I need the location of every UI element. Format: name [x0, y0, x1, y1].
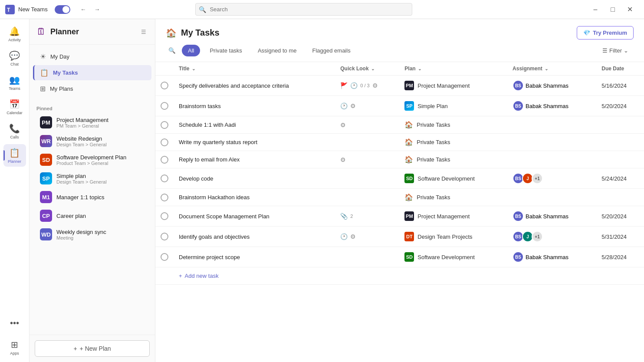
task-title[interactable]: Reply to email from Alex	[174, 151, 335, 168]
collapse-sidebar-button[interactable]: ☰	[139, 27, 148, 37]
main-layout: 🔔 Activity 💬 Chat 👥 Teams 📅 Calendar 📞 C…	[0, 19, 644, 362]
simple-plan-sub: Design Team > General	[56, 179, 107, 184]
tab-flagged[interactable]: Flagged emails	[306, 45, 356, 56]
filter-search-button[interactable]: 🔍	[166, 45, 178, 56]
col-assignment[interactable]: Assignment ⌄	[507, 62, 596, 76]
sidebar-item-teams[interactable]: 👥 Teams	[3, 71, 26, 94]
plan-icon: DT	[404, 232, 414, 241]
sidebar-item-apps[interactable]: ⊞ Apps	[3, 336, 26, 359]
filter-button[interactable]: ☰ Filter ⌄	[597, 45, 634, 56]
plan-name: Project Management	[417, 82, 470, 89]
clock-icon: 🕐	[340, 233, 348, 240]
forward-button[interactable]: →	[91, 3, 103, 16]
activity-icon: 🔔	[9, 26, 20, 36]
task-checkbox[interactable]	[161, 253, 168, 261]
task-checkbox[interactable]	[161, 82, 168, 89]
task-duedate: 5/20/2024	[596, 96, 644, 116]
calls-icon: 📞	[9, 123, 20, 134]
tab-assigned[interactable]: Assigned to me	[252, 45, 303, 56]
task-title[interactable]: Determine project scope	[174, 247, 335, 267]
task-assignment: BS Babak Shammas	[507, 247, 596, 267]
tab-all[interactable]: All	[182, 45, 200, 56]
task-duedate: 5/28/2024	[596, 247, 644, 267]
nav-sidebar-scroll: ☀ My Day 📋 My Tasks ⊞ My Plans Pinned PM…	[30, 45, 155, 335]
clock-icon: 🕐	[340, 102, 348, 109]
table-row: Identify goals and objectives 🕐 ⚙ DT Des…	[155, 227, 644, 247]
sidebar-item-calls[interactable]: 📞 Calls	[3, 120, 26, 142]
nav-item-my-tasks[interactable]: 📋 My Tasks	[33, 65, 151, 80]
sidebar-item-activity[interactable]: 🔔 Activity	[3, 23, 26, 45]
task-title[interactable]: Brainstorm tasks	[174, 96, 335, 116]
teams-toggle[interactable]	[55, 5, 70, 14]
search-input[interactable]	[195, 3, 412, 16]
back-button[interactable]: ←	[77, 3, 89, 16]
add-task-button[interactable]: + Add new task	[179, 273, 639, 279]
content-header: 🏠 My Tasks 💎 Try Premium	[155, 19, 644, 39]
add-task-cell[interactable]: + Add new task	[174, 267, 644, 285]
sidebar-item-chat[interactable]: 💬 Chat	[3, 47, 26, 69]
sidebar-item-planner[interactable]: 📋 Planner	[3, 144, 26, 167]
task-checkbox[interactable]	[161, 102, 168, 110]
minimize-button[interactable]: –	[587, 3, 604, 16]
col-title[interactable]: Title ⌄	[174, 62, 335, 76]
task-title[interactable]: Develop code	[174, 168, 335, 189]
my-tasks-icon: 📋	[40, 69, 49, 77]
task-checkbox[interactable]	[161, 174, 168, 182]
tab-private[interactable]: Private tasks	[204, 45, 248, 56]
task-title[interactable]: Write my quarterly status report	[174, 134, 335, 151]
task-title[interactable]: Schedule 1:1 with Aadi	[174, 116, 335, 134]
flag-icon: 🚩	[340, 82, 348, 89]
nav-item-my-plans[interactable]: ⊞ My Plans	[33, 81, 151, 96]
nav-item-my-day[interactable]: ☀ My Day	[33, 49, 151, 64]
col-duedate[interactable]: Due Date	[596, 62, 644, 76]
pinned-item-simple-plan[interactable]: SP Simple plan Design Team > General	[33, 169, 151, 188]
task-check-cell	[155, 227, 174, 247]
try-premium-label: Try Premium	[593, 30, 627, 36]
task-check-cell	[155, 96, 174, 116]
task-quicklook	[335, 134, 399, 151]
pinned-item-manager-11[interactable]: M1 Manager 1:1 topics	[33, 188, 151, 206]
task-checkbox[interactable]	[161, 121, 168, 129]
plan-icon: SD	[404, 252, 414, 262]
pinned-item-project-management[interactable]: PM Project Management PM Team > General	[33, 113, 151, 132]
task-checkbox[interactable]	[161, 212, 168, 220]
settings-icon: ⚙	[350, 102, 356, 109]
table-row: Brainstorm tasks 🕐 ⚙ SP Simple Plan	[155, 96, 644, 116]
app-name: New Teams	[18, 6, 48, 13]
task-checkbox[interactable]	[161, 194, 168, 201]
add-task-plus-icon: +	[179, 273, 182, 279]
try-premium-button[interactable]: 💎 Try Premium	[577, 26, 634, 39]
task-table-container: Title ⌄ Quick Look ⌄ Plan ⌄ Assignment ⌄…	[155, 62, 644, 362]
task-title[interactable]: Brainstorm Hackathon ideas	[174, 189, 335, 206]
plan-name: Private Tasks	[417, 156, 450, 163]
pinned-item-career-plan[interactable]: CP Career plan	[33, 207, 151, 225]
col-quicklook[interactable]: Quick Look ⌄	[335, 62, 399, 76]
maximize-button[interactable]: □	[604, 3, 621, 16]
task-checkbox[interactable]	[161, 156, 168, 164]
website-redesign-name: Website Redesign	[56, 135, 107, 142]
close-button[interactable]: ✕	[621, 3, 639, 16]
add-task-row[interactable]: + Add new task	[155, 267, 644, 285]
task-title[interactable]: Document Scope Management Plan	[174, 206, 335, 227]
task-checkbox[interactable]	[161, 138, 168, 146]
icon-sidebar: 🔔 Activity 💬 Chat 👥 Teams 📅 Calendar 📞 C…	[0, 19, 30, 362]
task-checkbox[interactable]	[161, 233, 168, 240]
sidebar-item-more[interactable]: •••	[3, 312, 26, 334]
sidebar-item-calendar[interactable]: 📅 Calendar	[3, 95, 26, 118]
pinned-item-website-redesign[interactable]: WR Website Redesign Design Team > Genera…	[33, 132, 151, 150]
task-quicklook	[335, 168, 399, 189]
new-plan-plus-icon: +	[73, 345, 77, 352]
task-plan: 🏠 Private Tasks	[399, 116, 507, 134]
task-title[interactable]: Specify deliverables and acceptance crit…	[174, 76, 335, 96]
nav-sidebar-footer: + + New Plan	[30, 335, 155, 362]
pinned-item-software-dev[interactable]: SD Software Development Plan Product Tea…	[33, 151, 151, 169]
task-title[interactable]: Identify goals and objectives	[174, 227, 335, 247]
col-plan[interactable]: Plan ⌄	[399, 62, 507, 76]
planner-icon: 📋	[9, 148, 20, 158]
teams-logo: T	[5, 5, 15, 14]
avatar-more: +1	[532, 231, 543, 242]
project-management-icon: PM	[40, 116, 52, 128]
new-plan-button[interactable]: + + New Plan	[35, 340, 150, 357]
pinned-item-weekly-design[interactable]: WD Weekly design sync Meeting	[33, 225, 151, 244]
window-controls: – □ ✕	[587, 3, 639, 16]
